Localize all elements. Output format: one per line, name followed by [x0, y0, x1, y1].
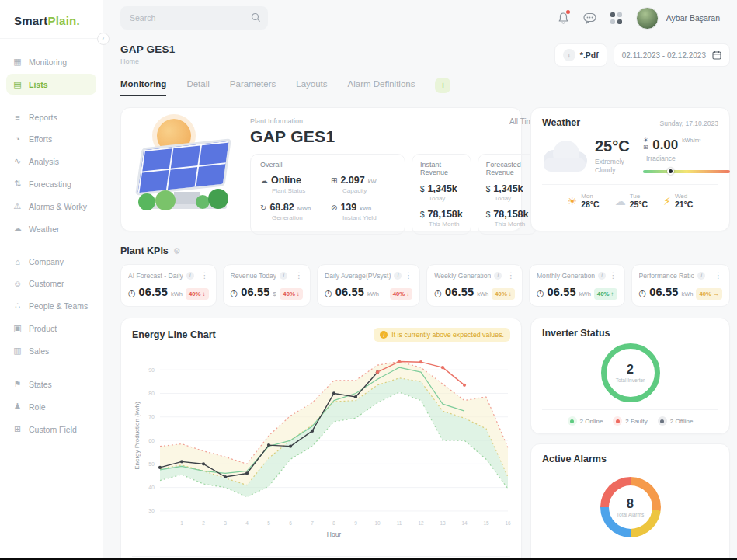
- inverter-total-label: Total Inverter: [616, 377, 645, 383]
- sidebar-item-alarms-worky[interactable]: ⚠Alarms & Worky: [6, 196, 96, 217]
- sidebar-item-product[interactable]: ▣Product: [6, 318, 96, 339]
- sidebar-item-weather[interactable]: ☁Weather: [6, 218, 96, 239]
- brand-accent: Plain.: [48, 14, 80, 27]
- sidebar-item-label: Forecasting: [29, 179, 71, 189]
- date-range-value: 02.11.2023 - 02.12.2023: [622, 51, 706, 60]
- forecast-temp: 21°C: [675, 200, 693, 209]
- irradiance-slider[interactable]: [643, 170, 730, 173]
- forecast-temp: 25°C: [630, 200, 648, 209]
- add-tab-button[interactable]: +: [435, 78, 450, 93]
- svg-text:50: 50: [148, 461, 155, 467]
- apps-grid-icon[interactable]: [610, 12, 622, 24]
- svg-text:3: 3: [224, 520, 227, 526]
- kpi-card-monthly-generation: Monthly Generationi⋮◷06.55kWh40% ↑: [529, 264, 625, 307]
- kebab-menu-icon[interactable]: ⋮: [201, 271, 209, 280]
- sidebar-item-label: Sales: [29, 346, 49, 356]
- kpi-trend-badge: 40% →: [696, 288, 722, 300]
- sidebar-item-customer[interactable]: ☺Customer: [6, 273, 96, 294]
- date-range-picker[interactable]: 02.11.2023 - 02.12.2023: [614, 43, 730, 67]
- svg-text:1: 1: [180, 520, 183, 526]
- overall-title: Overall: [260, 161, 395, 169]
- clock-icon: ◷: [537, 288, 544, 298]
- top-cards-row: Plant Information All Time GAP GES1 Over…: [120, 107, 730, 231]
- search-box[interactable]: [120, 6, 268, 30]
- sidebar-collapse-button[interactable]: ‹: [97, 33, 110, 45]
- sidebar-item-sales[interactable]: ▥Sales: [6, 340, 96, 361]
- svg-text:4: 4: [245, 520, 249, 526]
- stat-unit: MWh: [297, 205, 311, 212]
- inverter-legend-online: 2 Online: [568, 416, 603, 426]
- tab-layouts[interactable]: Layouts: [296, 79, 327, 96]
- search-input[interactable]: [120, 13, 268, 23]
- slider-handle[interactable]: [667, 168, 674, 175]
- sidebar-item-label: Company: [29, 257, 64, 266]
- energy-line-chart-card: Energy Line Chart i It is currently abov…: [120, 318, 522, 560]
- kebab-menu-icon[interactable]: ⋮: [295, 271, 303, 280]
- notifications-bell-icon[interactable]: [558, 12, 569, 24]
- kebab-menu-icon[interactable]: ⋮: [507, 271, 515, 280]
- solar-panel-illustration: [134, 117, 242, 220]
- kpi-card-ai-forecast-daily: AI Forecast - Dailyi⋮◷06.55kWh40% ↓: [120, 264, 217, 307]
- header-actions: ↓ *.Pdf 02.11.2023 - 02.12.2023: [554, 43, 730, 67]
- custom-field-icon: ⊞: [12, 424, 23, 434]
- sidebar-item-people-teams[interactable]: ∴People & Teams: [6, 295, 96, 316]
- sidebar-item-reports[interactable]: ≡Reports: [6, 107, 96, 127]
- kebab-menu-icon[interactable]: ⋮: [405, 271, 412, 280]
- user-avatar[interactable]: [636, 7, 659, 30]
- dollar-icon: $: [420, 210, 425, 219]
- alarms-icon: ⚠: [12, 201, 23, 211]
- stat-label: Capacity: [331, 187, 395, 194]
- tab-detail[interactable]: Detail: [186, 79, 209, 96]
- svg-text:30: 30: [148, 508, 155, 513]
- sidebar-item-label: Customer: [29, 279, 64, 288]
- sidebar-item-label: Analysis: [29, 157, 59, 166]
- inverter-ring: 2 Total Inverter: [601, 343, 660, 402]
- cloud-icon: ☁: [615, 195, 626, 207]
- inverter-total: 2: [627, 363, 634, 377]
- sidebar-item-forecasting[interactable]: ⇅Forecasting: [6, 173, 96, 194]
- svg-text:80: 80: [148, 391, 155, 396]
- weather-icon: ☁: [12, 224, 23, 234]
- kpi-settings-gear-icon[interactable]: ⚙: [173, 246, 181, 256]
- svg-text:16: 16: [505, 520, 511, 526]
- bolt-icon: ⚡: [663, 195, 671, 207]
- company-icon: ⌂: [12, 257, 23, 266]
- breadcrumb[interactable]: Home: [120, 57, 175, 65]
- tab-monitoring[interactable]: Monitoring: [120, 79, 166, 96]
- svg-text:60: 60: [148, 438, 155, 443]
- kpi-unit: kWh: [477, 290, 488, 297]
- sidebar-item-label: States: [29, 380, 52, 389]
- revenue-period: Today: [486, 195, 529, 202]
- messages-chat-icon[interactable]: [583, 12, 596, 24]
- svg-text:7: 7: [311, 520, 314, 526]
- svg-text:70: 70: [148, 414, 155, 419]
- kpi-card-revenue-today: Revenue Todayi⋮◷06.55$40% ↓: [223, 264, 311, 307]
- sidebar-item-company[interactable]: ⌂Company: [6, 252, 96, 272]
- inverter-legend: 2 Online2 Faulty2 Offline: [542, 416, 718, 426]
- sidebar-item-states[interactable]: ⚑States: [6, 374, 96, 395]
- page-title-block: GAP GES1 Home: [120, 43, 175, 65]
- kpi-title: Revenue Today: [231, 272, 277, 280]
- sidebar-item-monitoring[interactable]: ▦Monitoring: [6, 51, 96, 72]
- stat-label: Generation: [260, 214, 325, 221]
- sidebar-item-role[interactable]: ♟Role: [6, 396, 96, 417]
- svg-text:13: 13: [440, 520, 446, 526]
- kpi-value: 06.55: [548, 286, 576, 298]
- kpi-title: Monthly Generation: [537, 272, 595, 280]
- kebab-menu-icon[interactable]: ⋮: [610, 271, 617, 280]
- sidebar-item-custom-field[interactable]: ⊞Custom Field: [6, 419, 96, 440]
- info-icon: i: [494, 272, 502, 280]
- sidebar-item-analysis[interactable]: ∿Analysis: [6, 151, 96, 172]
- tab-parameters[interactable]: Parameters: [230, 79, 276, 96]
- sidebar-group: ⚑States♟Role⊞Custom Field: [0, 374, 103, 440]
- inverter-status-card: Inverter Status 2 Total Inverter 2 Onlin…: [530, 318, 730, 434]
- user-name[interactable]: Aybar Başaran: [666, 13, 720, 23]
- export-pdf-button[interactable]: ↓ *.Pdf: [554, 43, 607, 67]
- tab-alarm-definitions[interactable]: Alarm Definitions: [348, 79, 415, 96]
- kpi-unit: kWh: [171, 290, 183, 297]
- kebab-menu-icon[interactable]: ⋮: [714, 271, 722, 280]
- sidebar-item-lists[interactable]: ▤Lists: [6, 74, 96, 95]
- kpi-unit: kWh: [579, 290, 591, 297]
- sidebar-item-label: Role: [29, 402, 46, 412]
- sidebar-item-efforts[interactable]: ◔Efforts: [6, 129, 96, 149]
